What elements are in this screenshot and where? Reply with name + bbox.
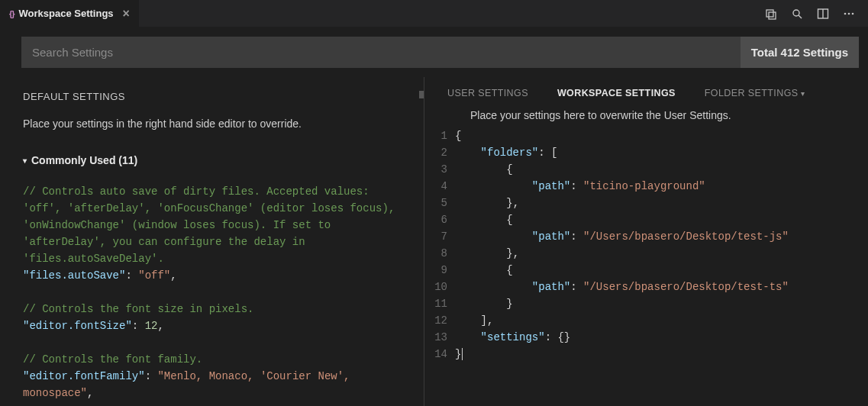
tab-title: Workspace Settings — [19, 8, 114, 19]
svg-line-3 — [799, 15, 802, 18]
setting-comment: // Controls the font size in pixels. — [23, 301, 408, 317]
settings-content: DEFAULT SETTINGS Place your settings in … — [0, 77, 868, 406]
split-editor-icon[interactable] — [816, 7, 830, 21]
code-line[interactable]: "path": "ticino-playground" — [455, 178, 868, 195]
tabs-container: {} Workspace Settings × — [0, 0, 140, 27]
left-section-title: DEFAULT SETTINGS — [23, 91, 408, 102]
setting-line[interactable]: "editor.fontFamily": "Menlo, Monaco, 'Co… — [23, 368, 408, 401]
line-gutter: 1234567891011121314 — [424, 127, 455, 406]
editor-body[interactable]: { "folders": [ { "path": "ticino-playgro… — [455, 127, 868, 406]
user-settings-pane: USER SETTINGSWORKSPACE SETTINGSFOLDER SE… — [424, 77, 868, 406]
split-handle[interactable] — [419, 91, 424, 98]
setting-key: "editor.fontSize" — [23, 320, 132, 332]
default-settings-pane: DEFAULT SETTINGS Place your settings in … — [0, 77, 424, 406]
right-hint-text: Place your settings here to overwrite th… — [424, 108, 868, 127]
group-title: Commonly Used (11) — [31, 154, 137, 166]
setting-value: "off" — [138, 269, 170, 282]
scope-tab-folder-settings[interactable]: FOLDER SETTINGS — [705, 88, 805, 98]
braces-icon: {} — [9, 9, 15, 18]
settings-search-row: Total 412 Settings — [0, 27, 868, 77]
toggle-search-icon[interactable] — [790, 7, 804, 21]
svg-rect-0 — [766, 10, 773, 17]
setting-value: 12 — [145, 320, 158, 332]
setting-comment: // Controls auto save of dirty files. Ac… — [23, 183, 408, 267]
code-line[interactable]: "path": "/Users/bpasero/Desktop/test-ts" — [455, 279, 868, 295]
scope-tab-workspace-settings[interactable]: WORKSPACE SETTINGS — [557, 88, 676, 98]
code-line[interactable]: } — [455, 295, 868, 312]
code-line[interactable]: } — [455, 346, 868, 362]
code-line[interactable]: }, — [455, 245, 868, 262]
setting-line[interactable]: "files.autoSave": "off", — [23, 267, 408, 284]
svg-rect-1 — [769, 12, 776, 19]
title-actions — [764, 7, 868, 21]
code-line[interactable]: "path": "/Users/bpasero/Desktop/test-js" — [455, 228, 868, 245]
code-line[interactable]: }, — [455, 195, 868, 211]
code-line[interactable]: "folders": [ — [455, 144, 868, 161]
code-line[interactable]: "settings": {} — [455, 329, 868, 346]
group-header-commonly-used[interactable]: ▾ Commonly Used (11) — [23, 154, 408, 166]
editor-tab-bar: {} Workspace Settings × — [0, 0, 868, 27]
settings-json-editor[interactable]: 1234567891011121314 { "folders": [ { "pa… — [424, 127, 868, 406]
scope-tab-user-settings[interactable]: USER SETTINGS — [447, 88, 528, 98]
code-line[interactable]: { — [455, 161, 868, 178]
svg-point-8 — [852, 12, 854, 14]
left-hint-text: Place your settings in the right hand si… — [23, 118, 408, 130]
tab-workspace-settings[interactable]: {} Workspace Settings × — [0, 0, 140, 27]
svg-point-2 — [793, 10, 799, 16]
code-line[interactable]: { — [455, 262, 868, 279]
open-settings-json-icon[interactable] — [764, 7, 778, 21]
setting-key: "editor.fontFamily" — [23, 370, 145, 382]
close-icon[interactable]: × — [123, 8, 130, 20]
more-actions-icon[interactable] — [842, 7, 856, 21]
svg-point-7 — [848, 12, 850, 14]
setting-comment: // Controls the font family. — [23, 351, 408, 368]
code-line[interactable]: { — [455, 211, 868, 228]
code-line[interactable]: { — [455, 127, 868, 144]
setting-key: "files.autoSave" — [23, 269, 125, 282]
scope-tabs: USER SETTINGSWORKSPACE SETTINGSFOLDER SE… — [424, 77, 868, 108]
svg-point-6 — [844, 12, 847, 14]
code-line[interactable]: ], — [455, 312, 868, 329]
chevron-down-icon: ▾ — [23, 156, 27, 165]
settings-search-input[interactable] — [21, 37, 741, 68]
default-settings-code[interactable]: // Controls auto save of dirty files. Ac… — [23, 183, 408, 406]
settings-total-count: Total 412 Settings — [741, 37, 859, 68]
setting-line[interactable]: "editor.fontSize": 12, — [23, 317, 408, 334]
